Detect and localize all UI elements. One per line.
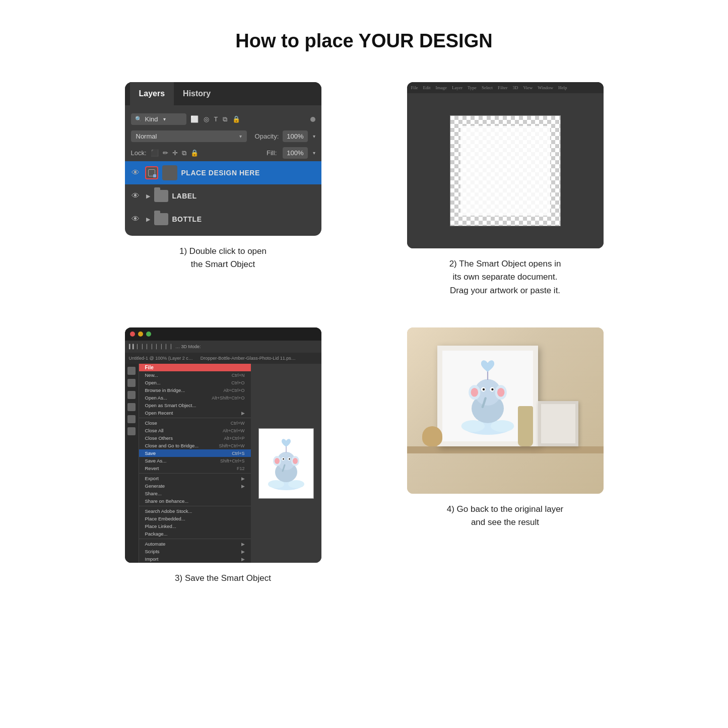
tool-icon-3[interactable]	[127, 391, 136, 399]
layer-bottle[interactable]: 👁 ▶ BOTTLE	[125, 208, 321, 231]
svg-point-12	[289, 458, 290, 459]
tool-icon-1[interactable]	[127, 367, 136, 375]
lock-all-icon[interactable]: 🔒	[190, 149, 198, 157]
menu-close-others[interactable]: Close OthersAlt+Ctrl+P	[139, 434, 251, 442]
layer-expand-arrow-3[interactable]: ▶	[146, 216, 150, 223]
menu-open-as[interactable]: Open As...Alt+Shift+Ctrl+O	[139, 394, 251, 402]
lock-icons: ⬛ ✏ ✛ ⧉ 🔒	[151, 149, 198, 157]
svg-point-1	[268, 480, 284, 488]
ps-menu-window[interactable]: Window	[538, 85, 553, 90]
shape-filter-icon[interactable]: ⧉	[223, 115, 227, 123]
menu-automate[interactable]: Automate▶	[139, 540, 251, 548]
menu-close[interactable]: CloseCtrl+W	[139, 419, 251, 427]
layer-place-design[interactable]: 👁 PLACE DESIGN HERE	[125, 161, 321, 184]
save-tabbar[interactable]: Untitled-1 @ 100% (Layer 2 c… Dropper-Bo…	[125, 353, 321, 364]
maximize-dot[interactable]	[146, 332, 151, 337]
ps-menu-help[interactable]: Help	[558, 85, 567, 90]
menu-place-embedded[interactable]: Place Embedded...	[139, 515, 251, 522]
menu-close-all[interactable]: Close AllAlt+Ctrl+W	[139, 427, 251, 434]
lock-move-icon[interactable]: ✛	[172, 149, 178, 157]
ps-canvas-inner	[460, 126, 550, 216]
menu-file-header[interactable]: File	[139, 364, 251, 371]
step-2-caption: 2) The Smart Object opens inits own sepa…	[449, 257, 561, 297]
tab-untitled[interactable]: Untitled-1 @ 100% (Layer 2 c…	[129, 356, 193, 361]
tool-icon-5[interactable]	[127, 415, 136, 423]
lock-paint-icon[interactable]: ✏	[163, 149, 168, 157]
smart-object-inner	[148, 169, 155, 176]
menu-package[interactable]: Package...	[139, 530, 251, 538]
shelf	[407, 446, 604, 453]
menu-search-stock[interactable]: Search Adobe Stock...	[139, 507, 251, 515]
menu-import[interactable]: Import▶	[139, 555, 251, 563]
menu-share[interactable]: Share...	[139, 490, 251, 497]
photo-bg	[407, 327, 604, 494]
step-1-cell: Layers History 🔍 Kind ▾	[97, 82, 349, 297]
tab-dropper[interactable]: Dropper-Bottle-Amber-Glass-Photo-Lid 11.…	[201, 356, 296, 361]
menu-generate[interactable]: Generate▶	[139, 482, 251, 490]
menu-open-smart[interactable]: Open as Smart Object...	[139, 402, 251, 409]
type-filter-icon[interactable]: T	[214, 115, 218, 123]
layer-name-place-design: PLACE DESIGN HERE	[181, 169, 316, 177]
ps-window: File Edit Image Layer Type Select Filter…	[407, 82, 604, 248]
decorative-vase	[518, 406, 533, 446]
ps-menu-layer[interactable]: Layer	[452, 85, 462, 90]
menu-scripts[interactable]: Scripts▶	[139, 548, 251, 555]
ps-menu-3d[interactable]: 3D	[512, 85, 518, 90]
folder-icon-bottle	[154, 213, 168, 225]
small-decorative-frame	[538, 401, 578, 446]
menu-browse-bridge[interactable]: Browse in Bridge...Alt+Ctrl+O	[139, 386, 251, 394]
menu-save-as[interactable]: Save As...Shift+Ctrl+S	[139, 457, 251, 465]
ps-menu-file[interactable]: File	[411, 85, 418, 90]
ps-topbar: File Edit Image Layer Type Select Filter…	[407, 82, 604, 93]
tool-icon-2[interactable]	[127, 379, 136, 387]
svg-point-7	[275, 458, 280, 464]
pixel-filter-icon[interactable]: ⬜	[190, 115, 198, 123]
ps-menu-filter[interactable]: Filter	[498, 85, 508, 90]
tool-icon-6[interactable]	[127, 427, 136, 435]
tab-history[interactable]: History	[174, 82, 220, 105]
tool-icon-4[interactable]	[127, 403, 136, 411]
menu-close-bridge[interactable]: Close and Go to Bridge...Shift+Ctrl+W	[139, 442, 251, 449]
layers-body: 🔍 Kind ▾ ⬜ ◎ T ⧉ 🔒	[125, 105, 321, 236]
menu-open-recent[interactable]: Open Recent▶	[139, 409, 251, 417]
step-3-cell: ▍▍ ▏ ▏ ▏ ▏ ▏ ▏ ▏ ▏ … 3D Mode: Untitled-1…	[97, 327, 349, 585]
ps-menu-edit[interactable]: Edit	[423, 85, 431, 90]
toolbar-item-1: ▍▍ ▏ ▏ ▏ ▏ ▏ ▏ ▏ ▏ … 3D Mode:	[129, 344, 201, 349]
tab-layers[interactable]: Layers	[130, 82, 174, 105]
layer-label[interactable]: 👁 ▶ LABEL	[125, 184, 321, 208]
filter-toggle[interactable]	[310, 117, 315, 122]
ps-menu-select[interactable]: Select	[482, 85, 493, 90]
lock-pixels-icon[interactable]: ⬛	[151, 149, 159, 157]
menu-open[interactable]: Open...Ctrl+O	[139, 379, 251, 386]
visibility-icon-2[interactable]: 👁	[130, 192, 141, 200]
menu-export[interactable]: Export▶	[139, 475, 251, 482]
adjust-filter-icon[interactable]: ◎	[204, 115, 209, 123]
opacity-label: Opacity:	[255, 133, 279, 140]
close-dot[interactable]	[130, 332, 135, 337]
layers-tabs: Layers History	[125, 82, 321, 105]
lock-transform-icon[interactable]: ⧉	[182, 149, 186, 157]
step-1-caption: 1) Double click to openthe Smart Object	[179, 245, 267, 272]
filter-row: 🔍 Kind ▾ ⬜ ◎ T ⧉ 🔒	[125, 110, 321, 128]
visibility-icon-1[interactable]: 👁	[130, 169, 141, 177]
ps-menu-type[interactable]: Type	[468, 85, 477, 90]
menu-save[interactable]: SaveCtrl+S	[139, 449, 251, 457]
ps-menu-view[interactable]: View	[523, 85, 533, 90]
minimize-dot[interactable]	[138, 332, 143, 337]
smart-filter-icon[interactable]: 🔒	[232, 115, 240, 123]
ps-menu-image[interactable]: Image	[436, 85, 447, 90]
main-container: How to place YOUR DESIGN Layers History	[87, 0, 641, 615]
menu-revert[interactable]: RevertF12	[139, 465, 251, 472]
menu-new[interactable]: New...Ctrl+N	[139, 371, 251, 379]
title-bold: YOUR DESIGN	[359, 30, 493, 51]
kind-dropdown[interactable]: 🔍 Kind ▾	[131, 113, 186, 125]
blend-dropdown[interactable]: Normal ▾	[131, 130, 247, 142]
visibility-icon-3[interactable]: 👁	[130, 215, 141, 223]
save-content: File New...Ctrl+N Open...Ctrl+O Browse i…	[125, 364, 321, 563]
menu-place-linked[interactable]: Place Linked...	[139, 522, 251, 530]
menu-share-behance[interactable]: Share on Behance...	[139, 497, 251, 505]
step-4-caption: 4) Go back to the original layerand see …	[447, 503, 564, 530]
steps-grid: Layers History 🔍 Kind ▾	[97, 82, 631, 585]
layer-expand-arrow-2[interactable]: ▶	[146, 193, 150, 200]
svg-point-26	[491, 388, 493, 390]
